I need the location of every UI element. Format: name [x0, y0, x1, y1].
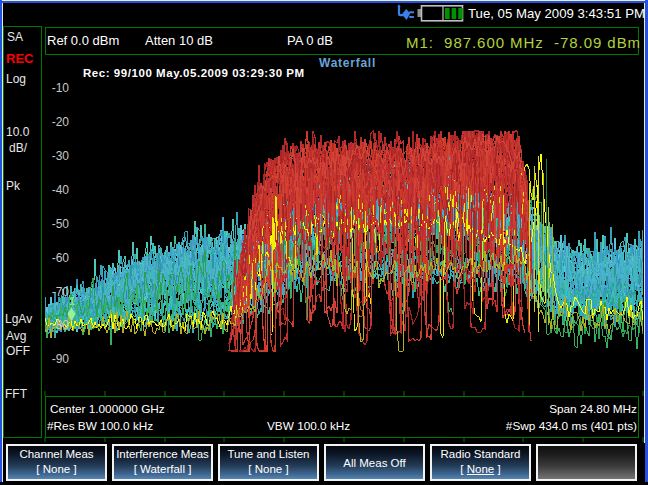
- svg-text:1: 1: [69, 295, 75, 307]
